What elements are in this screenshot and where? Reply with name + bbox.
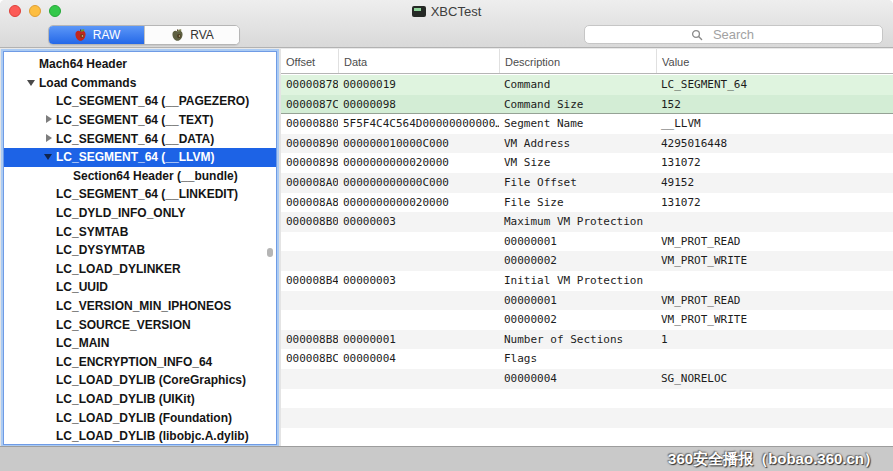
table-row[interactable]: 00000001VM_PROT_READ	[281, 232, 893, 252]
tree-item[interactable]: LC_ENCRYPTION_INFO_64	[4, 353, 276, 372]
cell-offset: 0000087C	[281, 95, 338, 114]
tree-item[interactable]: LC_VERSION_MIN_IPHONEOS	[4, 297, 276, 316]
cell-value	[656, 428, 893, 446]
tree-item[interactable]: LC_MAIN	[4, 334, 276, 353]
tree-arrow-spacer	[43, 245, 56, 255]
tree-item[interactable]: LC_LOAD_DYLIB (Foundation)	[4, 408, 276, 427]
chevron-down-icon[interactable]	[43, 152, 56, 162]
table-row[interactable]: 000008B800000001Number of Sections1	[281, 330, 893, 350]
cell-data: 00000001	[338, 330, 499, 350]
search-input[interactable]	[585, 26, 882, 43]
cell-description: Maximum VM Protection	[499, 212, 656, 232]
cell-description: Number of Sections	[499, 330, 656, 350]
tree-item-label: LC_LOAD_DYLIB (CoreGraphics)	[56, 373, 246, 387]
cell-description: 00000001	[499, 232, 656, 252]
table-row[interactable]: 00000890000000010000C000VM Address429501…	[281, 134, 893, 154]
cell-offset	[281, 428, 338, 446]
cell-data	[338, 310, 499, 330]
table-row[interactable]: 0000087C00000098Command Size152	[281, 95, 893, 115]
column-header-offset[interactable]: Offset	[281, 49, 338, 73]
tree-item[interactable]: Mach64 Header	[4, 55, 276, 74]
sidebar-scrollbar-thumb[interactable]	[267, 248, 273, 257]
cell-offset: 000008BC	[281, 349, 338, 369]
tree-item[interactable]: LC_SEGMENT_64 (__LINKEDIT)	[4, 185, 276, 204]
tree-arrow-spacer	[43, 357, 56, 367]
cell-data	[338, 232, 499, 252]
tree-item[interactable]: LC_LOAD_DYLIB (UIKit)	[4, 390, 276, 409]
red-apple-icon	[73, 28, 88, 43]
tree-item[interactable]: LC_SEGMENT_64 (__TEXT)	[4, 111, 276, 130]
column-header-description[interactable]: Description	[499, 49, 656, 73]
table-row[interactable]: 00000002VM_PROT_WRITE	[281, 251, 893, 271]
tree-item[interactable]: Load Commands	[4, 74, 276, 93]
tree-arrow-spacer	[43, 301, 56, 311]
tree-item[interactable]: LC_LOAD_DYLINKER	[4, 260, 276, 279]
cell-description: Initial VM Protection	[499, 271, 656, 291]
table-row[interactable]: 000008A0000000000000C000File Offset49152	[281, 173, 893, 193]
table-row[interactable]: 0000087800000019CommandLC_SEGMENT_64	[281, 75, 893, 95]
tree-item[interactable]: LC_SEGMENT_64 (__PAGEZERO)	[4, 92, 276, 111]
cell-description	[499, 408, 656, 428]
cell-data: 00000019	[338, 75, 499, 95]
table-row[interactable]: 000008B000000003Maximum VM Protection	[281, 212, 893, 232]
tree-item[interactable]: LC_SOURCE_VERSION	[4, 315, 276, 334]
tree-item[interactable]: LC_LOAD_DYLIB (libobjc.A.dylib)	[4, 427, 276, 445]
cell-offset	[281, 251, 338, 271]
table-row[interactable]: 00000002VM_PROT_WRITE	[281, 310, 893, 330]
tree-item-label: LC_SEGMENT_64 (__DATA)	[56, 132, 214, 146]
tree-item-label: LC_LOAD_DYLIB (libobjc.A.dylib)	[56, 429, 249, 443]
table-row[interactable]: 000008A80000000000020000File Size131072	[281, 193, 893, 213]
tree-arrow-spacer	[43, 208, 56, 218]
tree-item[interactable]: LC_SEGMENT_64 (__DATA)	[4, 129, 276, 148]
cell-offset: 00000880	[281, 114, 338, 134]
tree-item-label: LC_SEGMENT_64 (__LLVM)	[56, 150, 214, 164]
cell-offset	[281, 389, 338, 409]
segment-raw[interactable]: RAW	[49, 26, 144, 44]
table-row[interactable]: 00000004SG_NORELOC	[281, 369, 893, 389]
tree-item[interactable]: LC_LOAD_DYLIB (CoreGraphics)	[4, 371, 276, 390]
cell-description: Segment Name	[499, 114, 656, 134]
tree-item[interactable]: LC_UUID	[4, 278, 276, 297]
cell-description: 00000001	[499, 291, 656, 311]
cell-value: VM_PROT_READ	[656, 232, 893, 252]
cell-data	[338, 389, 499, 409]
chevron-right-icon[interactable]	[43, 115, 56, 125]
status-bar: 360安全播报（bobao.360.cn）	[0, 446, 893, 471]
table-row[interactable]: 000008805F5F4C4C564D00000000000…Segment …	[281, 114, 893, 134]
tree-item[interactable]: LC_DYLD_INFO_ONLY	[4, 204, 276, 223]
cell-offset	[281, 408, 338, 428]
table-row-empty	[281, 408, 893, 428]
cell-offset: 00000890	[281, 134, 338, 154]
cell-value	[656, 212, 893, 232]
table-row[interactable]: 000008B400000003Initial VM Protection	[281, 271, 893, 291]
cell-value	[656, 271, 893, 291]
table-row[interactable]: 00000001VM_PROT_READ	[281, 291, 893, 311]
tree-item[interactable]: LC_DYSYMTAB	[4, 241, 276, 260]
cell-data: 0000000000020000	[338, 193, 499, 213]
table-row[interactable]: 000008980000000000020000VM Size131072	[281, 153, 893, 173]
table-row-empty	[281, 428, 893, 446]
table-row[interactable]: 000008BC00000004Flags	[281, 349, 893, 369]
cell-data: 00000004	[338, 349, 499, 369]
column-header-value[interactable]: Value	[656, 49, 893, 73]
cell-value: 4295016448	[656, 134, 893, 154]
tree-arrow-spacer	[60, 171, 73, 181]
chevron-right-icon[interactable]	[43, 134, 56, 144]
tree-item[interactable]: LC_SYMTAB	[4, 222, 276, 241]
tree-item[interactable]: Section64 Header (__bundle)	[4, 167, 276, 186]
column-header-data[interactable]: Data	[338, 49, 499, 73]
tree-item[interactable]: LC_SEGMENT_64 (__LLVM)	[4, 148, 276, 167]
watermark-text: 360安全播报（bobao.360.cn）	[668, 450, 893, 469]
document-icon	[412, 6, 426, 17]
tree-arrow-spacer	[43, 189, 56, 199]
cell-value	[656, 349, 893, 369]
tree-arrow-spacer	[43, 96, 56, 106]
chevron-down-icon[interactable]	[26, 78, 39, 88]
tree-item-label: LC_VERSION_MIN_IPHONEOS	[56, 299, 231, 313]
segment-rva[interactable]: RVA	[144, 26, 239, 44]
search-field[interactable]	[584, 25, 883, 44]
titlebar[interactable]: XBCTest	[0, 0, 893, 22]
cell-value: 131072	[656, 153, 893, 173]
main-content: Mach64 HeaderLoad CommandsLC_SEGMENT_64 …	[0, 49, 893, 446]
tree-arrow-spacer	[43, 227, 56, 237]
